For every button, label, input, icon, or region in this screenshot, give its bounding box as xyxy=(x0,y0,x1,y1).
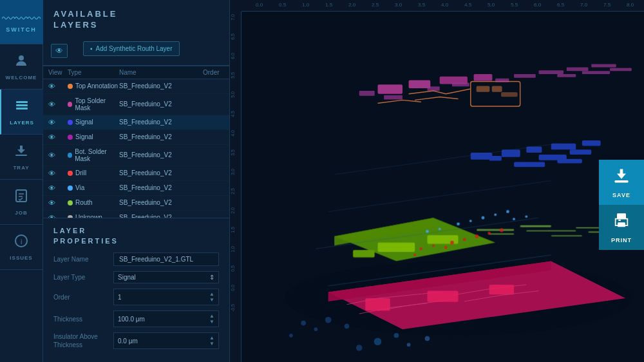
layer-type-label: Routh xyxy=(75,199,93,206)
layer-row[interactable]: 👁 Via SB_Freeduino_V2 xyxy=(43,181,229,196)
layer-type-label: Bot. Solder Mask xyxy=(75,148,119,162)
svg-rect-66 xyxy=(582,71,610,74)
add-layer-button[interactable]: ▪ Add Synthetic Routh Layer xyxy=(83,41,180,56)
ruler-h-tick: 7.5 xyxy=(603,2,611,8)
svg-rect-43 xyxy=(489,156,502,161)
layer-type-label: Drill xyxy=(75,169,86,176)
save-icon xyxy=(612,167,630,189)
ruler-h-tick: 3.5 xyxy=(418,2,425,8)
layer-row[interactable]: 👁 Bot. Solder Mask SB_Freeduino_V2 xyxy=(43,145,229,166)
svg-point-73 xyxy=(500,228,504,232)
app-logo[interactable]: 〰〰〰 SWITCH xyxy=(0,0,43,44)
layer-type-cell: Signal xyxy=(68,119,119,126)
order-spinner[interactable]: ▲▼ xyxy=(209,291,214,303)
svg-point-10 xyxy=(301,321,306,326)
layer-name-cell: SB_Freeduino_V2 xyxy=(119,169,203,176)
tray-label: TRAY xyxy=(13,165,29,171)
tray-icon xyxy=(14,143,29,162)
save-button[interactable]: SAVE xyxy=(599,160,644,205)
layer-name-value[interactable]: SB_Freeduino_V2_1.GTL xyxy=(113,252,219,266)
sidebar-item-tray[interactable]: TRAY xyxy=(0,135,43,180)
ruler-h-tick: 1.0 xyxy=(302,2,309,8)
sidebar-item-welcome[interactable]: WELCOME xyxy=(0,44,43,90)
ruler-h-tick: 7.0 xyxy=(580,2,587,8)
layer-eye-icon[interactable]: 👁 xyxy=(48,184,68,192)
svg-rect-67 xyxy=(610,68,632,71)
ruler-v-tick: 5.0 xyxy=(231,91,235,98)
ruler-v-tick: 6.0 xyxy=(231,53,235,59)
thickness-label: Thickness xyxy=(53,315,108,323)
svg-rect-63 xyxy=(567,67,589,71)
layer-eye-icon[interactable]: 👁 xyxy=(48,199,68,207)
layer-row[interactable]: 👁 Signal SB_Freeduino_V2 xyxy=(43,130,229,145)
layer-name-label: Layer Name xyxy=(53,255,108,263)
svg-rect-36 xyxy=(551,235,582,236)
available-layers-title: AVAILABLE LAYERS xyxy=(43,0,229,37)
svg-rect-58 xyxy=(427,86,439,91)
layer-type-label: Via xyxy=(75,184,84,191)
svg-rect-60 xyxy=(495,79,509,82)
layer-eye-icon[interactable]: 👁 xyxy=(48,169,68,177)
svg-point-68 xyxy=(450,241,454,245)
pcb-svg xyxy=(242,12,644,362)
layer-type-select[interactable]: Signal ⇕ xyxy=(113,271,219,283)
layers-icon xyxy=(14,98,30,117)
svg-point-11 xyxy=(314,327,318,331)
svg-point-82 xyxy=(439,227,441,230)
layer-eye-icon[interactable]: 👁 xyxy=(48,119,68,126)
layer-eye-icon[interactable]: 👁 xyxy=(48,100,68,108)
ruler-v-tick: 0.0 xyxy=(231,285,235,291)
layer-row[interactable]: 👁 Signal SB_Freeduino_V2 xyxy=(43,115,229,130)
ruler-h-tick: 4.0 xyxy=(441,2,448,8)
layer-eye-icon[interactable]: 👁 xyxy=(48,82,68,90)
print-button[interactable]: PRINT xyxy=(599,205,644,250)
sidebar-item-issues[interactable]: i ISSUES xyxy=(0,225,43,270)
logo-wave-icon: 〰〰〰 xyxy=(2,12,41,26)
ruler-h-tick: 0.5 xyxy=(279,2,286,8)
ruler-v-tick: 2.5 xyxy=(231,188,235,195)
layer-name-cell: SB_Freeduino_V2 xyxy=(119,100,203,108)
layer-row[interactable]: 👁 Drill SB_Freeduino_V2 xyxy=(43,166,229,181)
svg-rect-91 xyxy=(617,213,626,218)
svg-rect-61 xyxy=(514,74,536,78)
svg-point-13 xyxy=(289,334,293,338)
layer-row[interactable]: 👁 Top Annotation SB_Freeduino_V2 xyxy=(43,79,229,94)
layer-eye-icon[interactable]: 👁 xyxy=(48,133,68,141)
svg-point-19 xyxy=(425,336,430,341)
svg-rect-52 xyxy=(378,84,402,93)
view-toggle-btn[interactable]: 👁 xyxy=(51,44,68,58)
layer-name-cell: SB_Freeduino_V2 xyxy=(119,184,203,191)
insulator-spinner[interactable]: ▲▼ xyxy=(209,335,214,347)
svg-point-72 xyxy=(488,232,491,235)
insulator-input[interactable]: 0.0 μm ▲▼ xyxy=(113,332,219,349)
ruler-h-tick: 3.0 xyxy=(395,2,402,8)
svg-rect-5 xyxy=(16,190,26,202)
ruler-left: 7.06.56.05.55.04.54.03.53.02.52.01.51.00… xyxy=(230,12,242,362)
layer-type-cell: Via xyxy=(68,184,119,191)
ruler-h-tick: 5.5 xyxy=(511,2,518,8)
svg-rect-23 xyxy=(427,291,458,302)
layer-color-indicator xyxy=(68,171,73,176)
layer-color-indicator xyxy=(68,153,72,158)
layer-row[interactable]: 👁 Top Solder Mask SB_Freeduino_V2 xyxy=(43,94,229,115)
svg-rect-1 xyxy=(16,101,28,103)
ruler-h-tick: 0.0 xyxy=(256,2,263,8)
pcb-canvas[interactable]: SAVE PRINT xyxy=(242,12,644,362)
svg-point-83 xyxy=(426,230,429,233)
thickness-spinner[interactable]: ▲▼ xyxy=(209,313,214,325)
svg-point-69 xyxy=(463,238,466,241)
layer-eye-icon[interactable]: 👁 xyxy=(48,151,68,159)
sidebar-item-layers[interactable]: LAYERS xyxy=(0,90,43,135)
ruler-v-tick: 7.0 xyxy=(231,14,235,21)
main-view: -0.50.00.51.01.52.02.53.03.54.04.55.05.5… xyxy=(230,0,644,362)
sidebar-nav: 〰〰〰 SWITCH WELCOME LAYERS TRAY JOB i ISS… xyxy=(0,0,43,362)
order-input[interactable]: 1 ▲▼ xyxy=(113,289,219,305)
logo-text: SWITCH xyxy=(6,26,37,33)
ruler-top: -0.50.00.51.01.52.02.53.03.54.04.55.05.5… xyxy=(230,0,644,12)
layer-color-indicator xyxy=(68,84,73,89)
sidebar-item-job[interactable]: JOB xyxy=(0,180,43,225)
thickness-input[interactable]: 100.0 μm ▲▼ xyxy=(113,310,219,327)
layer-row[interactable]: 👁 Routh SB_Freeduino_V2 xyxy=(43,196,229,211)
layer-row[interactable]: 👁 Unknown SB_Freeduino_V2 xyxy=(43,211,229,218)
print-icon xyxy=(612,212,630,234)
